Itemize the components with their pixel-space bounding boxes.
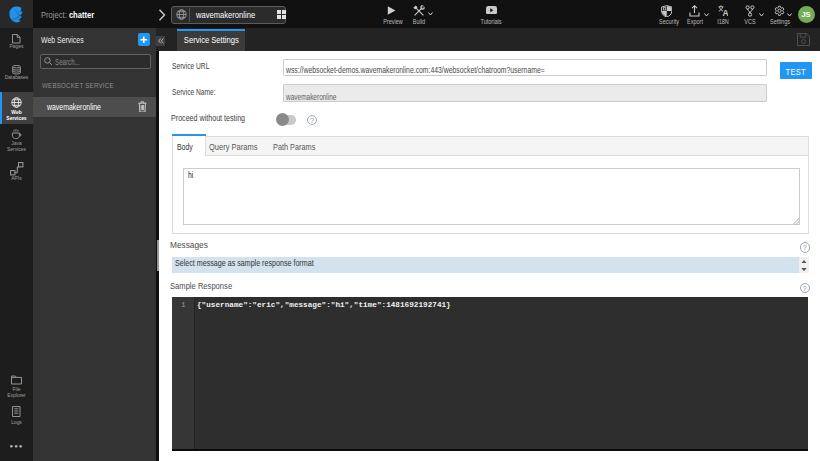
svg-text:A: A bbox=[722, 8, 728, 17]
